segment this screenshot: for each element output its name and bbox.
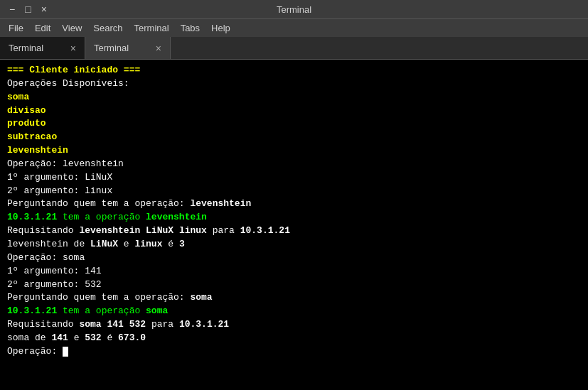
tab-close-1[interactable]: × [70,43,76,54]
terminal-line: Perguntando quem tem a operação: levensh… [7,197,581,211]
menu-item-search[interactable]: Search [87,21,128,35]
minimize-button[interactable]: − [7,4,17,14]
terminal-output: === Cliente iniciado ===Operações Dispon… [0,60,588,390]
terminal-line: soma de 141 e 532 é 673.0 [7,332,581,345]
terminal-line: 10.3.1.21 tem a operação soma [7,305,581,318]
terminal-line: 10.3.1.21 tem a operação levenshtein [7,211,581,224]
terminal-line: 1º argumento: LiNuX [7,171,581,185]
terminal-line: Requisitando levenshtein LiNuX linux par… [7,224,581,238]
tab-label-1: Terminal [9,43,43,53]
menu-item-view[interactable]: View [56,21,87,35]
terminal-line: 1º argumento: 141 [7,265,581,278]
menu-item-help[interactable]: Help [205,21,236,35]
menu-bar: FileEditViewSearchTerminalTabsHelp [0,18,588,37]
terminal-line: Operação: levenshtein [7,158,581,171]
terminal-line: === Cliente iniciado === [7,64,581,77]
terminal-line: subtracao [7,131,581,144]
tab-terminal-1[interactable]: Terminal × [0,37,85,59]
tab-terminal-2[interactable]: Terminal × [85,37,171,59]
terminal-line: Operações Disponíveis: [7,77,581,91]
terminal-line: levenshtein de LiNuX e linux é 3 [7,238,581,251]
terminal-line: Requisitando soma 141 532 para 10.3.1.21 [7,318,581,332]
menu-item-terminal[interactable]: Terminal [129,21,175,35]
terminal-line: divisao [7,104,581,118]
terminal-line: 2º argumento: linux [7,185,581,198]
menu-item-file[interactable]: File [3,21,29,35]
maximize-button[interactable]: □ [23,4,33,14]
terminal-line: 2º argumento: 532 [7,278,581,292]
terminal-line: produto [7,117,581,131]
tab-label-2: Terminal [94,43,129,53]
terminal-line: Operação: soma [7,251,581,265]
menu-item-tabs[interactable]: Tabs [175,21,205,35]
terminal-line: Operação: [7,345,581,359]
close-button[interactable]: × [39,4,49,14]
tab-bar: Terminal × Terminal × [0,37,588,60]
terminal-cursor [63,347,68,357]
terminal-line: Perguntando quem tem a operação: soma [7,291,581,305]
window-title: Terminal [50,4,538,15]
menu-item-edit[interactable]: Edit [29,21,56,35]
tab-close-2[interactable]: × [156,43,161,54]
terminal-line: levenshtein [7,144,581,158]
title-bar: − □ × Terminal [0,0,588,18]
terminal-line: soma [7,91,581,104]
